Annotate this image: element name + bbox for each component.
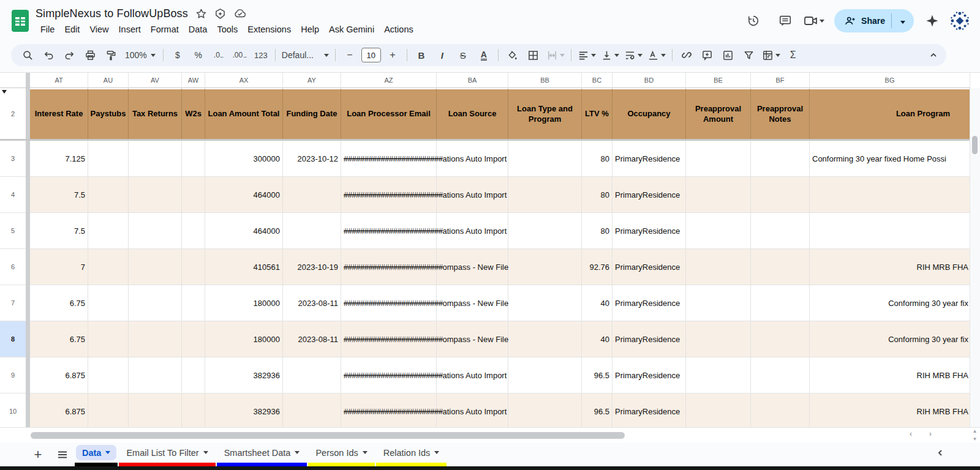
row-header-9[interactable]: 9 <box>0 357 26 394</box>
column-header-BF[interactable]: BF <box>751 73 810 88</box>
cell-BC8[interactable]: 40 <box>582 321 612 357</box>
row-header-3[interactable]: 3 <box>0 141 26 177</box>
column-header-AV[interactable]: AV <box>129 73 182 88</box>
increase-decimal-button[interactable]: .00→ <box>230 47 251 64</box>
header-cell-BC[interactable]: LTV % <box>582 88 612 139</box>
document-title[interactable]: SimpleNexus to FollowUpBoss <box>36 7 188 20</box>
cell-BC10[interactable]: 96.5 <box>582 394 612 428</box>
cell-BF9[interactable] <box>751 357 810 394</box>
cell-BD9[interactable]: PrimaryResidence <box>612 357 686 394</box>
header-cell-AV[interactable]: Tax Returns <box>129 88 182 139</box>
cell-AY4[interactable] <box>283 177 341 213</box>
cell-BD8[interactable]: PrimaryResidence <box>612 321 686 357</box>
cell-AW6[interactable] <box>182 249 205 285</box>
grid-corner[interactable] <box>0 73 26 88</box>
header-cell-AZ[interactable]: Loan Processor Email <box>341 88 437 139</box>
cell-AZ7[interactable]: ########################ompass - New Fil… <box>341 285 437 321</box>
cell-BG7[interactable]: Conforming 30 year fix <box>810 285 970 321</box>
cell-BD3[interactable]: PrimaryResidence <box>612 141 686 177</box>
gemini-sparkle-icon[interactable] <box>925 13 940 28</box>
share-dropdown-caret-icon[interactable] <box>892 15 914 26</box>
insert-link-icon[interactable] <box>676 47 697 64</box>
column-header-AU[interactable]: AU <box>88 73 129 88</box>
row-header-5[interactable]: 5 <box>0 213 26 249</box>
cell-BD5[interactable]: PrimaryResidence <box>612 213 686 249</box>
cell-AU3[interactable] <box>88 141 129 177</box>
collapse-toolbar-icon[interactable] <box>929 51 938 59</box>
header-cell-AW[interactable]: W2s <box>182 88 205 139</box>
sheets-logo-icon[interactable] <box>11 9 29 33</box>
zoom-select[interactable]: 100% <box>121 47 159 64</box>
bold-button[interactable]: B <box>411 47 432 64</box>
cell-BB3[interactable] <box>508 141 582 177</box>
italic-button[interactable]: I <box>432 47 453 64</box>
cell-BF8[interactable] <box>751 321 810 357</box>
cell-AW8[interactable] <box>182 321 205 357</box>
menu-ask-gemini[interactable]: Ask Gemini <box>324 23 379 35</box>
cell-BB10[interactable] <box>508 394 582 428</box>
cell-AX8[interactable]: 180000 <box>205 321 283 357</box>
cell-BD6[interactable]: PrimaryResidence <box>612 249 686 285</box>
font-family-select[interactable]: Defaul... <box>279 47 331 64</box>
create-filter-icon[interactable] <box>739 47 760 64</box>
increase-font-size-button[interactable]: + <box>382 47 403 64</box>
column-header-BE[interactable]: BE <box>686 73 751 88</box>
cell-AT3[interactable]: 7.125 <box>30 141 88 177</box>
row-header-6[interactable]: 6 <box>0 249 26 285</box>
sheet-tab-menu-caret-icon[interactable] <box>363 451 368 454</box>
format-currency-button[interactable]: $ <box>167 47 188 64</box>
add-sheet-icon[interactable]: + <box>26 442 50 466</box>
cell-BD7[interactable]: PrimaryResidence <box>612 285 686 321</box>
cell-AY3[interactable]: 2023-10-12 <box>283 141 341 177</box>
cell-BC3[interactable]: 80 <box>582 141 612 177</box>
cell-BG6[interactable]: RIH MRB FHA <box>810 249 970 285</box>
menu-extensions[interactable]: Extensions <box>243 23 296 35</box>
cell-BC5[interactable]: 80 <box>582 213 612 249</box>
account-avatar[interactable] <box>948 9 971 32</box>
row-header-4[interactable]: 4 <box>0 177 26 213</box>
cell-BE6[interactable] <box>686 249 751 285</box>
menu-insert[interactable]: Insert <box>114 23 146 35</box>
header-cell-BA[interactable]: Loan Source <box>437 88 508 139</box>
cell-BD10[interactable]: PrimaryResidence <box>612 394 686 428</box>
column-header-AZ[interactable]: AZ <box>341 73 437 88</box>
sheet-tab-menu-caret-icon[interactable] <box>203 451 208 454</box>
cell-BC4[interactable]: 80 <box>582 177 612 213</box>
column-header-BD[interactable]: BD <box>612 73 686 88</box>
scroll-right-icon[interactable]: › <box>925 430 936 438</box>
meet-camera-icon[interactable] <box>804 15 818 27</box>
more-formats-button[interactable]: 123 <box>251 47 271 64</box>
cell-AT5[interactable]: 7.5 <box>30 213 88 249</box>
pivot-table-button[interactable] <box>760 47 783 64</box>
text-wrap-button[interactable] <box>622 47 645 64</box>
cell-AT10[interactable]: 6.875 <box>30 394 88 428</box>
sheet-tab-menu-caret-icon[interactable] <box>434 451 439 454</box>
sheet-tab-email-list-to-filter[interactable]: Email List To Filter <box>119 442 215 466</box>
menu-format[interactable]: Format <box>146 23 184 35</box>
cell-AT9[interactable]: 6.875 <box>30 357 88 394</box>
cell-AU5[interactable] <box>88 213 129 249</box>
cell-AU9[interactable] <box>88 357 129 394</box>
cell-BF7[interactable] <box>751 285 810 321</box>
cell-AV8[interactable] <box>129 321 182 357</box>
row-header-8[interactable]: 8 <box>0 321 26 357</box>
cell-AZ10[interactable]: ########################ations Auto Impo… <box>341 394 437 428</box>
cell-BF4[interactable] <box>751 177 810 213</box>
strikethrough-button[interactable]: S <box>453 47 473 64</box>
cell-BB4[interactable] <box>508 177 582 213</box>
row-header-2[interactable]: 2 <box>0 88 26 139</box>
cell-BE4[interactable] <box>686 177 751 213</box>
cell-AT8[interactable]: 6.75 <box>30 321 88 357</box>
cell-AX10[interactable]: 382936 <box>205 394 283 428</box>
cell-AX3[interactable]: 300000 <box>205 141 283 177</box>
comments-icon[interactable] <box>772 7 799 34</box>
search-icon[interactable] <box>17 47 38 64</box>
cell-AV10[interactable] <box>129 394 182 428</box>
header-cell-BF[interactable]: Preapproval Notes <box>751 88 810 139</box>
horizontal-align-button[interactable] <box>575 47 598 64</box>
row-header-10[interactable]: 10 <box>0 394 26 428</box>
cell-AW10[interactable] <box>182 394 205 428</box>
row-header-7[interactable]: 7 <box>0 285 26 321</box>
cloud-saved-icon[interactable] <box>233 8 247 19</box>
sheet-tab-person-ids[interactable]: Person Ids <box>308 442 374 466</box>
